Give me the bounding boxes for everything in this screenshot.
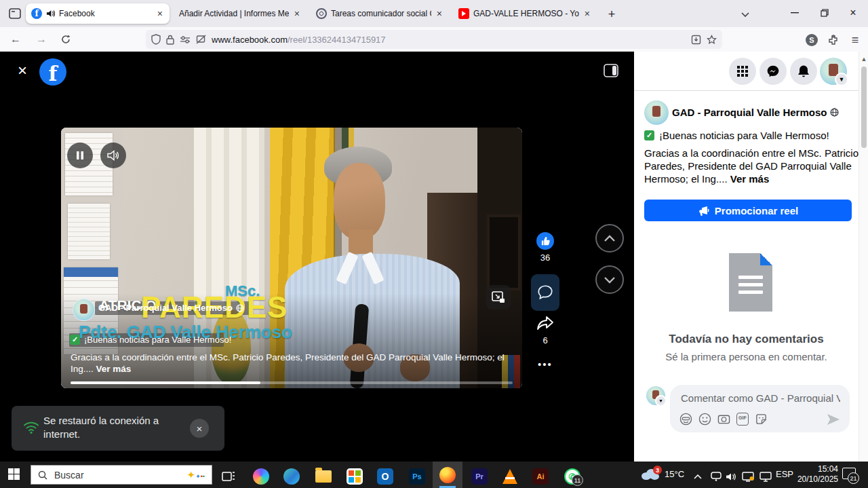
tab-chatgpt[interactable]: Tareas comunicador social GAD × (311, 3, 449, 24)
tab-list-chevron-icon[interactable] (736, 5, 754, 23)
reel-sidebar: ▼ GAD - Parroquial Valle Hermoso ✓ ¡Buen… (634, 52, 868, 462)
mute-button[interactable] (100, 143, 126, 168)
share-count[interactable]: 6 (532, 335, 559, 345)
photoshop-icon[interactable]: Ps (402, 466, 432, 487)
tab-youtube[interactable]: GAD-VALLE HERMOSO - YouTu × (453, 3, 597, 24)
screen-record-icon[interactable] (708, 466, 724, 487)
save-to-pocket-icon[interactable] (691, 35, 701, 45)
bookmark-star-icon[interactable] (707, 35, 717, 45)
youtube-favicon (458, 8, 469, 19)
windows-taskbar: Buscar ✦✦•• O Ps Pr Ai ✆11 3 15°C (0, 462, 868, 488)
tab-audio-icon[interactable] (46, 10, 55, 18)
tab-informes[interactable]: Añadir Actividad | Informes Mensua × (174, 3, 307, 24)
video-page-name[interactable]: GAD - Parroquial Valle Hermoso (98, 303, 244, 313)
copilot-sparkle-icon: ✦✦•• (187, 469, 205, 481)
cast-icon[interactable] (739, 466, 757, 487)
premiere-icon[interactable]: Pr (465, 466, 494, 487)
notifications-bell-icon[interactable] (790, 58, 817, 85)
like-button[interactable] (536, 232, 554, 250)
page-avatar[interactable] (644, 100, 669, 125)
vlc-icon[interactable] (495, 466, 525, 487)
whatsapp-icon[interactable]: ✆11 (557, 466, 587, 487)
notification-badge[interactable]: 21 (848, 472, 859, 484)
screen: f Facebook × Añadir Actividad | Informes… (0, 0, 868, 488)
taskbar-clock[interactable]: 15:04 20/10/2025 (792, 464, 838, 485)
scroll-up-icon[interactable]: ▲ (860, 56, 868, 62)
camera-icon[interactable] (717, 413, 730, 426)
display-icon[interactable] (757, 466, 774, 487)
tab-facebook[interactable]: f Facebook × (26, 3, 170, 24)
autoplay-blocked-icon[interactable] (196, 35, 206, 44)
outlook-icon[interactable]: O (370, 466, 400, 487)
tray-chevron-icon[interactable] (689, 466, 707, 487)
taskbar-search[interactable]: Buscar ✦✦•• (31, 465, 212, 485)
tab-close-icon[interactable]: × (293, 9, 301, 18)
avatar-sticker-icon[interactable] (679, 413, 692, 426)
task-view-icon[interactable] (214, 466, 243, 487)
see-more-link[interactable]: Ver más (96, 364, 132, 374)
temperature[interactable]: 15°C (665, 469, 684, 479)
promote-reel-button[interactable]: Promocionar reel (644, 200, 852, 221)
extensions-puzzle-icon[interactable] (825, 31, 842, 49)
weather-icon[interactable]: 3 (642, 469, 659, 480)
volume-icon[interactable] (723, 466, 739, 487)
account-avatar[interactable]: ▼ (820, 58, 847, 85)
file-explorer-icon[interactable] (309, 466, 338, 487)
video-description[interactable]: Gracias a la coordinación entre el MSc. … (71, 352, 513, 375)
more-options-icon[interactable]: ••• (532, 358, 559, 370)
menu-hamburger-icon[interactable]: ≡ (846, 31, 864, 49)
next-reel-button[interactable] (595, 265, 624, 294)
sidebar-scrollbar[interactable]: ▲ (859, 52, 868, 462)
messenger-icon[interactable] (760, 58, 787, 85)
tab-close-icon[interactable]: × (156, 9, 164, 18)
start-button[interactable] (8, 468, 20, 480)
facebook-favicon: f (31, 8, 42, 19)
toast-close-icon[interactable]: × (190, 419, 209, 438)
microsoft-store-icon[interactable] (340, 466, 370, 487)
page-avatar[interactable] (73, 299, 95, 321)
language-indicator[interactable]: ESP (776, 469, 793, 479)
permissions-icon[interactable] (180, 35, 191, 43)
edge-icon[interactable] (277, 466, 307, 487)
page-name[interactable]: GAD - Parroquial Valle Hermoso (672, 107, 839, 118)
chatgpt-favicon (316, 8, 327, 19)
tab-close-icon[interactable]: × (583, 9, 591, 18)
copilot-icon[interactable] (246, 466, 276, 487)
url-text[interactable]: www.facebook.com/reel/1336244134715917 (212, 35, 686, 45)
firefox-icon[interactable] (433, 462, 462, 488)
facebook-logo[interactable]: f (39, 58, 66, 86)
previous-reel-button[interactable] (595, 224, 624, 252)
back-icon[interactable]: ← (7, 31, 24, 48)
address-bar[interactable]: www.facebook.com/reel/1336244134715917 (146, 30, 722, 49)
like-count[interactable]: 36 (532, 252, 559, 263)
see-more-link[interactable]: Ver más (730, 173, 770, 185)
reload-icon[interactable] (57, 31, 75, 48)
new-tab-button[interactable]: + (603, 5, 620, 23)
scrollbar-thumb[interactable] (861, 67, 867, 148)
gif-icon[interactable]: GIF (736, 413, 749, 426)
sticker-icon[interactable] (755, 413, 768, 426)
window-restore-button[interactable] (810, 0, 840, 26)
forward-icon[interactable]: → (33, 31, 50, 48)
comments-button[interactable] (531, 274, 559, 311)
firefox-view-icon[interactable] (5, 5, 24, 22)
lock-icon[interactable] (166, 35, 174, 45)
illustrator-icon[interactable]: Ai (526, 466, 555, 487)
close-viewer-icon[interactable]: × (14, 62, 31, 79)
composer-avatar[interactable]: ▼ (646, 386, 665, 405)
share-button[interactable] (536, 315, 555, 333)
reel-video[interactable]: MSc. ATRICIO PAREDES Pdte. GAD Valle Her… (61, 128, 522, 388)
shield-icon[interactable] (151, 34, 161, 45)
send-comment-icon[interactable] (827, 413, 840, 426)
picture-in-picture-icon[interactable] (486, 285, 511, 309)
tab-close-icon[interactable]: × (435, 9, 443, 18)
collapse-sidebar-icon[interactable] (604, 64, 618, 77)
comment-input[interactable]: Comentar como GAD - Parroquial Vall... G… (670, 385, 850, 432)
apps-grid-icon[interactable] (729, 58, 756, 85)
video-progress-bar[interactable] (71, 381, 513, 384)
emoji-icon[interactable] (698, 413, 711, 426)
window-minimize-button[interactable] (780, 0, 810, 26)
pause-button[interactable] (67, 143, 93, 168)
window-close-button[interactable]: × (838, 0, 868, 26)
extension-s-icon[interactable]: S (803, 31, 821, 49)
